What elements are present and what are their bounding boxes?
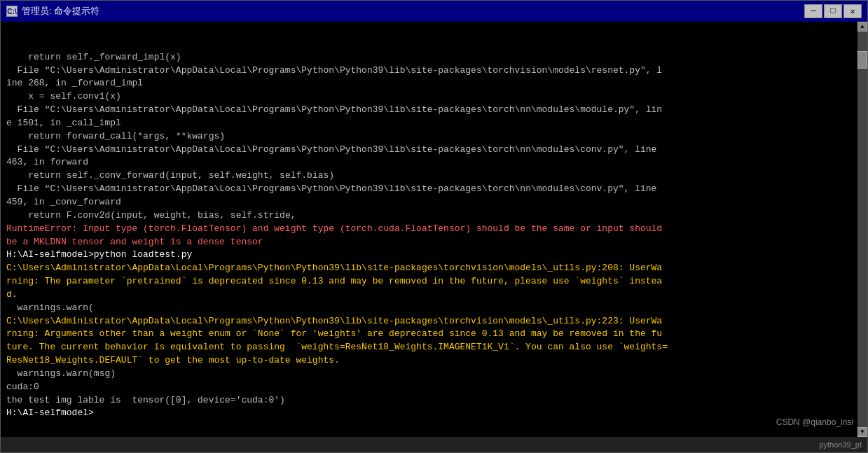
cmd-icon: C:\ xyxy=(6,6,18,17)
terminal-line: the test img lable is tensor([0], device… xyxy=(6,394,862,407)
terminal-line: RuntimeError: Input type (torch.FloatTen… xyxy=(6,223,862,236)
terminal-line: return self._forward_impl(x) xyxy=(6,51,862,64)
terminal-line: File “C:\Users\Administrator\AppData\Loc… xyxy=(6,144,862,157)
terminal-output: return self._forward_impl(x) File “C:\Us… xyxy=(6,51,862,421)
bottom-bar: python39_pt xyxy=(1,437,867,452)
title-bar: C:\ 管理员: 命令提示符 — □ ✕ xyxy=(1,1,867,22)
scroll-down-arrow[interactable]: ▼ xyxy=(857,427,867,437)
terminal-line: H:\AI-selfmodel>python loadtest.py xyxy=(6,249,862,262)
terminal-body[interactable]: return self._forward_impl(x) File “C:\Us… xyxy=(1,22,867,437)
terminal-line: return forward_call(*args, **kwargs) xyxy=(6,130,862,144)
terminal-line: e 1501, in _call_impl xyxy=(6,117,862,130)
terminal-line: File “C:\Users\Administrator\AppData\Loc… xyxy=(6,104,862,117)
terminal-line: File “C:\Users\Administrator\AppData\Loc… xyxy=(6,183,862,196)
watermark: CSDN @qianbo_insi xyxy=(776,417,853,428)
terminal-line: ine 268, in _forward_impl xyxy=(6,77,862,90)
terminal-line: warnings.warn( xyxy=(6,302,862,315)
scroll-up-arrow[interactable]: ▲ xyxy=(857,22,867,32)
terminal-line: C:\Users\Administrator\AppData\Local\Pro… xyxy=(6,262,862,275)
title-bar-controls: — □ ✕ xyxy=(804,4,862,18)
minimize-button[interactable]: — xyxy=(804,4,822,18)
terminal-line: ResNet18_Weights.DEFAULT` to get the mos… xyxy=(6,354,862,368)
terminal-line: d. xyxy=(6,288,862,302)
maximize-button[interactable]: □ xyxy=(824,4,842,18)
scroll-track xyxy=(857,32,867,427)
terminal-window: C:\ 管理员: 命令提示符 — □ ✕ return self._forwar… xyxy=(0,0,868,453)
terminal-line: File “C:\Users\Administrator\AppData\Loc… xyxy=(6,64,862,78)
terminal-line: cuda:0 xyxy=(6,381,862,394)
terminal-line: rning: The parameter `pretrained` is dep… xyxy=(6,275,862,288)
terminal-line: ture. The current behavior is equivalent… xyxy=(6,341,862,354)
scrollbar[interactable]: ▲ ▼ xyxy=(857,22,867,437)
terminal-line: x = self.conv1(x) xyxy=(6,90,862,104)
terminal-line: 459, in _conv_forward xyxy=(6,196,862,209)
scroll-thumb[interactable] xyxy=(857,51,867,69)
terminal-line: H:\AI-selfmodel> xyxy=(6,407,862,420)
bottom-bar-text: python39_pt xyxy=(819,440,862,449)
terminal-line: rning: Arguments other than a weight enu… xyxy=(6,328,862,341)
close-button[interactable]: ✕ xyxy=(843,4,862,18)
terminal-line: 463, in forward xyxy=(6,156,862,169)
title-bar-left: C:\ 管理员: 命令提示符 xyxy=(6,5,99,18)
terminal-line: C:\Users\Administrator\AppData\Local\Pro… xyxy=(6,315,862,328)
window-title: 管理员: 命令提示符 xyxy=(22,5,99,18)
terminal-line: be a MKLDNN tensor and weight is a dense… xyxy=(6,236,862,249)
terminal-line: return self._conv_forward(input, self.we… xyxy=(6,169,862,183)
terminal-line: warnings.warn(msg) xyxy=(6,368,862,381)
terminal-line: return F.conv2d(input, weight, bias, sel… xyxy=(6,209,862,223)
